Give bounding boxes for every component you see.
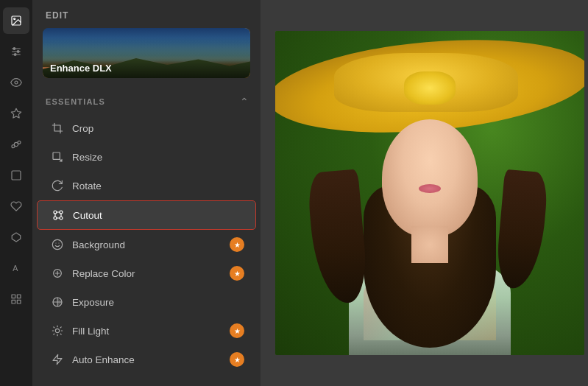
svg-point-7 <box>14 54 16 56</box>
menu-item-rotate-label: Rotate <box>72 180 244 192</box>
svg-text:A: A <box>13 264 18 273</box>
menu-item-background-label: Background <box>72 239 230 250</box>
crop-icon <box>50 121 65 136</box>
menu-item-fill-light[interactable]: Fill Light ★ <box>37 317 256 345</box>
svg-point-8 <box>15 81 18 84</box>
essentials-collapse-btn[interactable]: ⌃ <box>240 96 249 108</box>
menu-item-cutout-label: Cutout <box>73 210 244 221</box>
svg-rect-18 <box>17 300 21 303</box>
sidebar-icon-text[interactable]: A <box>3 255 29 281</box>
sidebar-icon-sliders[interactable] <box>3 38 29 65</box>
sidebar-icon-image[interactable] <box>3 7 29 34</box>
sidebar-icon-layers[interactable] <box>3 131 29 158</box>
menu-item-crop-label: Crop <box>72 123 244 134</box>
svg-line-41 <box>60 327 61 328</box>
menu-item-resize[interactable]: Resize <box>37 143 256 171</box>
menu-list: Crop Resize Rotate Cutout <box>32 113 261 374</box>
svg-line-37 <box>60 334 61 334</box>
essentials-header: ESSENTIALS ⌃ <box>32 90 261 113</box>
menu-item-background[interactable]: Background ★ <box>37 231 256 259</box>
menu-item-crop[interactable]: Crop <box>37 114 256 142</box>
menu-item-cutout[interactable]: Cutout <box>37 200 256 230</box>
menu-item-exposure-label: Exposure <box>72 297 244 308</box>
photo-neck <box>411 226 448 263</box>
menu-item-replace-color[interactable]: Replace Color ★ <box>37 259 256 287</box>
replace-color-badge: ★ <box>230 266 244 281</box>
sidebar-icon-shape[interactable] <box>3 224 29 250</box>
background-icon <box>50 237 65 252</box>
svg-marker-14 <box>12 233 21 242</box>
svg-rect-19 <box>12 300 15 303</box>
replace-color-icon <box>50 266 65 281</box>
photo-container <box>275 15 584 371</box>
sidebar-icon-eye[interactable] <box>3 69 29 96</box>
svg-point-1 <box>14 18 15 20</box>
menu-item-rotate[interactable]: Rotate <box>37 172 256 200</box>
icon-sidebar: A <box>0 0 32 386</box>
svg-point-12 <box>12 145 15 148</box>
panel-header: EDIT <box>32 0 261 28</box>
sidebar-icon-texture[interactable] <box>3 286 29 312</box>
photo-display <box>275 31 584 355</box>
sidebar-icon-square[interactable] <box>3 162 29 189</box>
resize-icon <box>50 150 65 164</box>
enhance-dlx-label: Enhance DLX <box>43 58 250 78</box>
svg-rect-13 <box>12 171 21 180</box>
main-content <box>261 0 588 386</box>
photo-face <box>382 119 478 237</box>
fill-light-badge: ★ <box>230 323 244 338</box>
svg-rect-20 <box>53 152 60 159</box>
menu-item-auto-enhance[interactable]: Auto Enhance ★ <box>37 345 256 373</box>
photo-lips <box>419 184 441 193</box>
svg-point-5 <box>13 48 15 50</box>
svg-line-40 <box>54 334 54 334</box>
menu-item-fill-light-label: Fill Light <box>72 326 230 337</box>
svg-rect-17 <box>17 295 21 298</box>
menu-item-resize-label: Resize <box>72 152 244 163</box>
svg-marker-9 <box>11 108 21 118</box>
svg-rect-16 <box>12 295 15 298</box>
essentials-label: ESSENTIALS <box>46 97 105 106</box>
menu-item-auto-enhance-label: Auto Enhance <box>72 354 230 365</box>
menu-item-exposure[interactable]: Exposure <box>37 288 256 316</box>
exposure-icon <box>50 295 65 309</box>
svg-marker-42 <box>53 354 62 364</box>
background-badge: ★ <box>230 237 244 252</box>
enhance-dlx-card[interactable]: Enhance DLX <box>43 28 250 78</box>
auto-enhance-badge: ★ <box>230 352 244 367</box>
panel-sidebar: EDIT Enhance DLX ESSENTIALS ⌃ Crop Resiz… <box>32 0 261 386</box>
svg-point-33 <box>55 329 59 332</box>
fill-light-icon <box>50 323 65 338</box>
menu-item-replace-color-label: Replace Color <box>72 268 230 279</box>
sidebar-icon-heart[interactable] <box>3 193 29 220</box>
auto-enhance-icon <box>50 352 65 367</box>
svg-point-11 <box>18 141 21 144</box>
svg-line-36 <box>54 327 54 328</box>
sidebar-icon-star[interactable] <box>3 100 29 127</box>
cutout-icon <box>51 208 65 222</box>
rotate-icon <box>50 178 65 193</box>
svg-point-6 <box>17 51 19 53</box>
photo-hat-bow <box>404 71 456 105</box>
